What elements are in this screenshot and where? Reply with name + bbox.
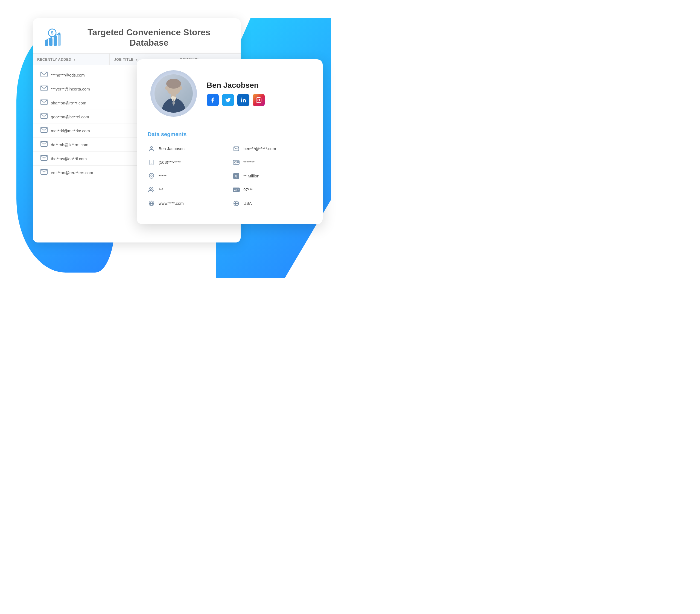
instagram-icon[interactable]	[253, 94, 265, 106]
data-row-website: www.****.com	[145, 197, 230, 210]
email-row-text: da**mh@jk**rm.com	[51, 142, 88, 147]
svg-point-18	[179, 86, 182, 90]
data-email-value: ben***@*****.com	[243, 146, 276, 151]
svg-rect-2	[45, 40, 48, 46]
col-recently-added-label: RECENTLY ADDED	[37, 58, 71, 62]
id-data-icon	[233, 159, 240, 166]
panel-title: Targeted Convenience Stores Database	[67, 27, 231, 48]
email-data-icon	[233, 145, 240, 152]
zip-badge: ZIP	[233, 188, 239, 192]
person-info: Ben Jacobsen	[207, 81, 312, 106]
data-row-revenue: $ ** Million	[230, 169, 314, 183]
email-row-icon	[40, 86, 48, 92]
zip-data-icon: ZIP	[233, 186, 240, 193]
data-row-location: *****	[145, 169, 230, 183]
col-job-title-label: JOB TITLE	[114, 58, 134, 62]
email-row-icon	[40, 127, 48, 134]
svg-point-21	[241, 97, 242, 98]
svg-rect-22	[256, 97, 261, 102]
svg-point-28	[235, 162, 236, 163]
revenue-data-icon: $	[233, 172, 240, 180]
data-row-employees: ***	[145, 183, 230, 197]
country-data-icon	[233, 200, 240, 207]
email-row-text: emi**on@reu**ers.com	[51, 170, 93, 175]
col-recently-added[interactable]: RECENTLY ADDED ▼	[33, 53, 110, 65]
data-country-value: USA	[243, 201, 252, 205]
email-row-icon	[40, 141, 48, 148]
email-row-icon	[40, 113, 48, 120]
email-row-text: geo**sn@bc**el.com	[51, 114, 89, 119]
data-row-phone: (503)***-****	[145, 155, 230, 169]
phone-data-icon	[148, 159, 155, 166]
email-row-text: ***ne***@ods.com	[51, 73, 85, 77]
data-zip-value: 97***	[243, 187, 253, 192]
avatar-wrap	[150, 70, 197, 117]
twitter-icon[interactable]	[222, 94, 234, 106]
data-row-zip: ZIP 97***	[230, 183, 314, 197]
svg-rect-4	[53, 36, 57, 46]
svg-point-31	[151, 175, 152, 176]
data-row-email: ben***@*****.com	[230, 142, 314, 155]
avatar	[154, 74, 193, 113]
person-name: Ben Jacobsen	[207, 81, 312, 90]
data-website-value: www.****.com	[159, 201, 184, 205]
email-row-icon	[40, 155, 48, 162]
svg-point-17	[165, 86, 168, 90]
contact-header: Ben Jacobsen	[137, 59, 323, 125]
svg-point-6	[58, 33, 60, 35]
employees-data-icon	[148, 186, 155, 193]
logo-icon: $	[43, 28, 62, 47]
email-row-text: sha**on@ro**t.com	[51, 101, 86, 105]
email-row-text: tho**as@da**il.com	[51, 156, 87, 161]
dollar-badge: $	[233, 173, 239, 179]
email-row-text: ***yer**@incorta.com	[51, 87, 90, 91]
detail-card: Ben Jacobsen Data s	[137, 59, 323, 224]
bottom-divider	[145, 216, 314, 216]
email-row-icon	[40, 169, 48, 176]
svg-rect-20	[241, 99, 242, 102]
data-employees-value: ***	[159, 187, 163, 192]
website-data-icon	[148, 200, 155, 207]
svg-point-24	[150, 146, 152, 148]
social-icons	[207, 94, 312, 106]
linkedin-icon[interactable]	[237, 94, 249, 106]
data-id-value: *******	[243, 160, 254, 165]
avatar-ring	[150, 70, 197, 117]
chevron-job-title: ▼	[135, 58, 138, 61]
svg-point-32	[150, 187, 151, 189]
data-segments-label: Data segments	[137, 125, 323, 142]
svg-point-16	[166, 79, 181, 89]
facebook-icon[interactable]	[207, 94, 219, 106]
data-phone-value: (503)***-****	[159, 160, 181, 165]
data-revenue-value: ** Million	[243, 174, 259, 178]
email-row-text: mat**kl@me**kc.com	[51, 128, 90, 133]
location-data-icon	[148, 172, 155, 180]
svg-text:$: $	[51, 30, 53, 35]
svg-rect-3	[49, 38, 52, 46]
chevron-recently-added: ▼	[73, 58, 76, 61]
person-data-icon	[148, 145, 155, 152]
panel-header: $ Targeted Convenience Stores Database	[33, 18, 241, 53]
svg-rect-25	[150, 160, 153, 165]
person-silhouette	[157, 77, 190, 113]
data-name-value: Ben Jacobsen	[159, 146, 185, 151]
svg-rect-5	[58, 34, 61, 46]
data-location-value: *****	[159, 174, 166, 178]
data-row-id: *******	[230, 155, 314, 169]
data-row-name: Ben Jacobsen	[145, 142, 230, 155]
email-row-icon	[40, 100, 48, 106]
scene: $ Targeted Convenience Stores Database R…	[25, 10, 325, 297]
data-grid: Ben Jacobsen ben***@*****.com (503)***-*…	[137, 142, 323, 210]
email-row-icon	[40, 72, 48, 78]
data-row-country: USA	[230, 197, 314, 210]
